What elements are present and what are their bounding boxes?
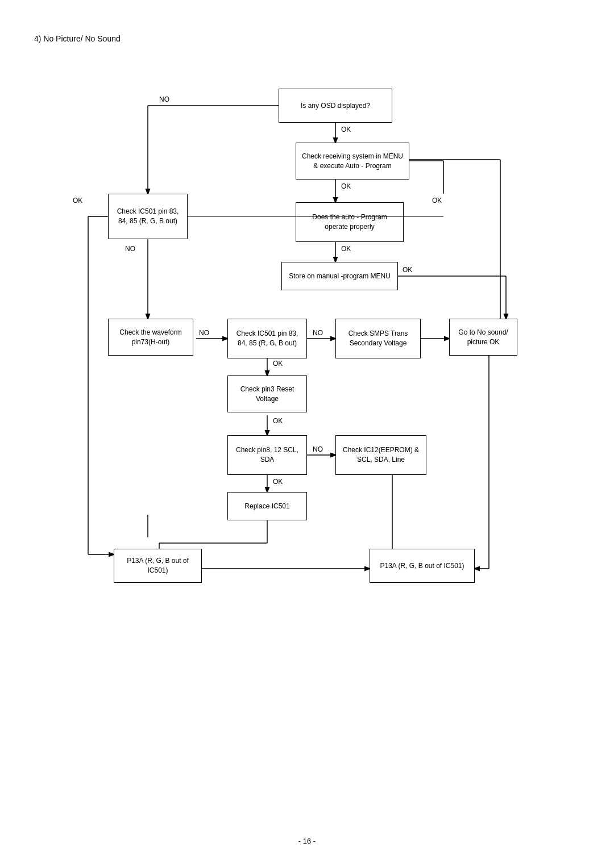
box-check-smps: Check SMPS Trans Secondary Voltage	[335, 319, 421, 358]
label-ok-pin8: OK	[273, 478, 283, 486]
box-go-no-sound: Go to No sound/ picture OK	[449, 319, 517, 356]
box-check-receiving: Check receiving system in MENU & execute…	[296, 143, 409, 180]
label-ok-left: OK	[73, 197, 82, 205]
label-ok-ic501-top-right: OK	[432, 197, 442, 205]
label-ok1: OK	[341, 126, 351, 133]
box-check-pin8: Check pin8, 12 SCL, SDA	[227, 435, 307, 475]
label-ok5: OK	[273, 360, 283, 368]
label-no2: NO	[125, 245, 135, 253]
box-store-manual: Store on manual -program MENU	[281, 262, 398, 290]
box-check-ic501-top: Check IC501 pin 83, 84, 85 (R, G, B out)	[108, 194, 188, 239]
label-no-pin8: NO	[313, 445, 323, 453]
box-auto-program: Does the auto - Program operate properly	[296, 202, 404, 242]
label-ok3: OK	[341, 245, 351, 253]
label-ok6: OK	[273, 417, 283, 425]
label-no3: NO	[199, 329, 209, 337]
box-replace-ic501: Replace IC501	[227, 492, 307, 520]
page-footer: - 16 -	[0, 837, 614, 845]
box-check-pin3: Check pin3 Reset Voltage	[227, 375, 307, 412]
box-osd: Is any OSD displayed?	[279, 89, 392, 123]
page-title: 4) No Picture/ No Sound	[34, 34, 580, 43]
diagram-container: Is any OSD displayed? NO OK Check receiv…	[34, 60, 580, 742]
label-ok2: OK	[341, 182, 351, 190]
label-no4: NO	[313, 329, 323, 337]
label-no1: NO	[159, 95, 169, 103]
box-check-ic12: Check IC12(EEPROM) & SCL, SDA, Line	[335, 435, 426, 475]
box-check-waveform: Check the waveform pin73(H-out)	[108, 319, 193, 356]
box-check-ic501-mid: Check IC501 pin 83, 84, 85 (R, G, B out)	[227, 319, 307, 358]
box-p13a-left: P13A (R, G, B out of IC501)	[114, 549, 202, 583]
label-ok4: OK	[403, 266, 412, 274]
box-p13a-right: P13A (R, G, B out of IC501)	[370, 549, 475, 583]
page: 4) No Picture/ No Sound	[0, 0, 614, 868]
